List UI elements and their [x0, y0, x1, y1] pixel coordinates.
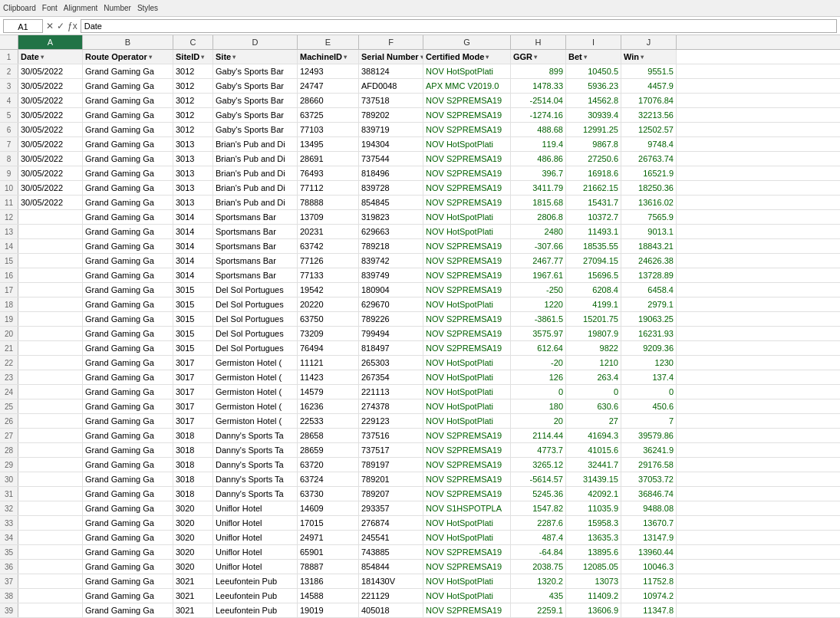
cell-r20-c0[interactable] — [18, 327, 83, 340]
cell-r20-c4[interactable]: 73209 — [298, 327, 359, 340]
cell-r29-c2[interactable]: 3018 — [173, 458, 213, 472]
dropdown-arrow-ggr[interactable]: ▾ — [534, 54, 537, 61]
cell-r7-c3[interactable]: Brian's Pub and Di — [213, 137, 298, 151]
cell-r17-c5[interactable]: 180904 — [359, 283, 423, 297]
cell-r18-c4[interactable]: 20220 — [298, 297, 359, 311]
cell-r35-c4[interactable]: 65901 — [298, 545, 359, 559]
cell-r17-c1[interactable]: Grand Gaming Ga — [83, 283, 173, 297]
cell-r39-c3[interactable]: Leeufontein Pub — [213, 603, 298, 617]
cell-r26-c2[interactable]: 3017 — [173, 414, 213, 428]
cell-r36-c6[interactable]: NOV S2PREMSA19 — [423, 560, 511, 574]
cell-r22-c0[interactable] — [18, 356, 83, 370]
cell-r37-c4[interactable]: 13186 — [298, 574, 359, 588]
cell-r39-c8[interactable]: 13606.9 — [566, 603, 621, 617]
cell-r24-c9[interactable]: 0 — [621, 385, 677, 399]
dropdown-arrow-date[interactable]: ▾ — [41, 54, 44, 61]
cell-r4-c1[interactable]: Grand Gaming Ga — [83, 94, 173, 107]
cell-r5-c9[interactable]: 32213.56 — [621, 108, 677, 122]
col-header-j[interactable]: J — [621, 35, 677, 49]
cell-r5-c4[interactable]: 63725 — [298, 108, 359, 122]
cell-r29-c4[interactable]: 63720 — [298, 458, 359, 472]
cell-r22-c9[interactable]: 1230 — [621, 356, 677, 370]
cell-r13-c2[interactable]: 3014 — [173, 225, 213, 238]
cell-r36-c0[interactable] — [18, 560, 83, 574]
cell-r7-c6[interactable]: NOV HotSpotPlati — [423, 137, 511, 151]
cell-r9-c1[interactable]: Grand Gaming Ga — [83, 166, 173, 180]
cell-r10-c0[interactable]: 30/05/2022 — [18, 181, 83, 195]
cell-r3-c0[interactable]: 30/05/2022 — [18, 79, 83, 93]
cell-r37-c0[interactable] — [18, 574, 83, 588]
cell-r33-c3[interactable]: Uniflor Hotel — [213, 516, 298, 530]
cell-r32-c8[interactable]: 11035.9 — [566, 501, 621, 515]
cell-r26-c4[interactable]: 22533 — [298, 414, 359, 428]
cell-r7-c4[interactable]: 13495 — [298, 137, 359, 151]
cell-r17-c8[interactable]: 6208.4 — [566, 283, 621, 297]
cell-r34-c6[interactable]: NOV HotSpotPlati — [423, 531, 511, 544]
dropdown-arrow-win[interactable]: ▾ — [641, 54, 644, 61]
cell-r38-c5[interactable]: 221129 — [359, 589, 423, 603]
cell-r6-c1[interactable]: Grand Gaming Ga — [83, 123, 173, 136]
cell-r30-c1[interactable]: Grand Gaming Ga — [83, 472, 173, 486]
cell-r19-c7[interactable]: -3861.5 — [511, 312, 566, 326]
cell-r3-c4[interactable]: 24747 — [298, 79, 359, 93]
cell-r10-c5[interactable]: 839728 — [359, 181, 423, 195]
cell-r38-c8[interactable]: 11409.2 — [566, 589, 621, 603]
cell-r7-c5[interactable]: 194304 — [359, 137, 423, 151]
cell-r3-c2[interactable]: 3012 — [173, 79, 213, 93]
cell-r32-c6[interactable]: NOV S1HSPOTPLA — [423, 501, 511, 515]
cell-r5-c2[interactable]: 3012 — [173, 108, 213, 122]
cell-r13-c3[interactable]: Sportsmans Bar — [213, 225, 298, 238]
cell-r6-c4[interactable]: 77103 — [298, 123, 359, 136]
cell-r8-c6[interactable]: NOV S2PREMSA19 — [423, 152, 511, 166]
cell-r16-c8[interactable]: 15696.5 — [566, 268, 621, 282]
cell-r16-c3[interactable]: Sportsmans Bar — [213, 268, 298, 282]
col-header-h[interactable]: H — [511, 35, 566, 49]
cell-r32-c9[interactable]: 9488.08 — [621, 501, 677, 515]
cell-r13-c9[interactable]: 9013.1 — [621, 225, 677, 238]
cell-r34-c9[interactable]: 13147.9 — [621, 531, 677, 544]
cell-r3-c9[interactable]: 4457.9 — [621, 79, 677, 93]
cell-r21-c9[interactable]: 9209.36 — [621, 341, 677, 355]
cell-r25-c9[interactable]: 450.6 — [621, 399, 677, 413]
cell-r26-c7[interactable]: 20 — [511, 414, 566, 428]
cell-r23-c0[interactable] — [18, 370, 83, 384]
cell-r22-c3[interactable]: Germiston Hotel ( — [213, 356, 298, 370]
cell-r34-c5[interactable]: 245541 — [359, 531, 423, 544]
cell-r30-c3[interactable]: Danny's Sports Ta — [213, 472, 298, 486]
cell-r6-c9[interactable]: 12502.57 — [621, 123, 677, 136]
cell-r2-c0[interactable]: 30/05/2022 — [18, 64, 83, 78]
cell-r28-c3[interactable]: Danny's Sports Ta — [213, 443, 298, 457]
cell-r14-c3[interactable]: Sportsmans Bar — [213, 239, 298, 253]
cell-r24-c4[interactable]: 14579 — [298, 385, 359, 399]
cell-r4-c8[interactable]: 14562.8 — [566, 94, 621, 107]
cell-r24-c8[interactable]: 0 — [566, 385, 621, 399]
cell-r7-c0[interactable]: 30/05/2022 — [18, 137, 83, 151]
cell-r22-c5[interactable]: 265303 — [359, 356, 423, 370]
cell-r11-c8[interactable]: 15431.7 — [566, 196, 621, 209]
cell-r5-c7[interactable]: -1274.16 — [511, 108, 566, 122]
cell-r34-c7[interactable]: 487.4 — [511, 531, 566, 544]
cell-r19-c5[interactable]: 789226 — [359, 312, 423, 326]
cell-r8-c5[interactable]: 737544 — [359, 152, 423, 166]
cell-r38-c0[interactable] — [18, 589, 83, 603]
cell-r11-c7[interactable]: 1815.68 — [511, 196, 566, 209]
cell-r39-c0[interactable] — [18, 603, 83, 617]
cell-r18-c9[interactable]: 2979.1 — [621, 297, 677, 311]
cell-r18-c7[interactable]: 1220 — [511, 297, 566, 311]
cell-r19-c8[interactable]: 15201.75 — [566, 312, 621, 326]
cell-r24-c1[interactable]: Grand Gaming Ga — [83, 385, 173, 399]
cell-r17-c6[interactable]: NOV S2PREMSA19 — [423, 283, 511, 297]
cell-r9-c7[interactable]: 396.7 — [511, 166, 566, 180]
cell-r8-c7[interactable]: 486.86 — [511, 152, 566, 166]
cell-r29-c7[interactable]: 3265.12 — [511, 458, 566, 472]
cell-r2-c8[interactable]: 10450.5 — [566, 64, 621, 78]
cell-r6-c3[interactable]: Gaby's Sports Bar — [213, 123, 298, 136]
cell-r29-c0[interactable] — [18, 458, 83, 472]
cell-r32-c4[interactable]: 14609 — [298, 501, 359, 515]
cell-r9-c5[interactable]: 818496 — [359, 166, 423, 180]
cell-r22-c4[interactable]: 11121 — [298, 356, 359, 370]
cell-r14-c4[interactable]: 63742 — [298, 239, 359, 253]
cell-r8-c4[interactable]: 28691 — [298, 152, 359, 166]
cell-r37-c3[interactable]: Leeufontein Pub — [213, 574, 298, 588]
cell-r27-c2[interactable]: 3018 — [173, 429, 213, 442]
